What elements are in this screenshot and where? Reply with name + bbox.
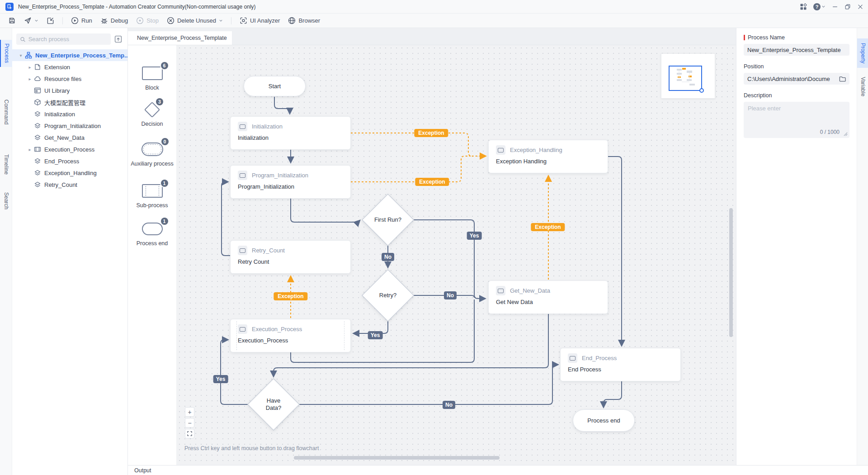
minimap-viewport[interactable] (669, 66, 702, 91)
delete-unused-button[interactable]: Delete Unused (167, 17, 223, 24)
ui-analyzer-button[interactable]: UI Analyzer (240, 17, 280, 24)
position-input[interactable] (747, 76, 837, 82)
minimap-resize-handle[interactable] (699, 88, 704, 93)
fit-screen-button[interactable] (185, 429, 194, 438)
block-chip-icon (568, 353, 577, 363)
layers-icon (34, 110, 41, 118)
node-exception-handling[interactable]: Exception_Handling Exception Handling (488, 140, 608, 173)
palette-label: Decision (142, 121, 163, 127)
position-field[interactable] (744, 73, 849, 85)
no-badge: No (382, 253, 394, 261)
node-execution-process[interactable]: Execution_Process Execution_Process (230, 319, 351, 352)
save-button[interactable] (8, 17, 16, 24)
count-badge: 1 (161, 180, 168, 187)
publish-button[interactable] (24, 17, 38, 24)
exception-badge: Exception (274, 292, 307, 300)
rail-tab-variable[interactable]: Variable (857, 72, 868, 101)
apps-grid-icon[interactable] (800, 3, 807, 10)
palette-process-end[interactable]: 1 Process end (128, 221, 176, 247)
record-edit-button[interactable] (47, 17, 54, 24)
palette-sub-process[interactable]: 1 Sub-process (128, 183, 176, 209)
rail-tab-property-label: Property (860, 43, 866, 63)
rail-tab-process[interactable]: Process (0, 40, 12, 67)
stop-button[interactable]: Stop (136, 17, 159, 24)
flowchart-icon (25, 52, 32, 59)
tree-item-retry-count[interactable]: Retry_Count (12, 179, 127, 190)
title-bar: New_Enterprise_Process_Template - Automa… (0, 0, 868, 14)
node-title: Retry_Count (252, 247, 285, 254)
caret-collapsed-icon[interactable]: ▸ (26, 76, 34, 81)
tree-item-model-config[interactable]: 大模型配置管理 (12, 96, 127, 108)
node-body: Retry Count (238, 258, 343, 265)
block-chip-icon (238, 246, 247, 255)
debug-button[interactable]: Debug (100, 17, 128, 24)
node-retry-count[interactable]: Retry_Count Retry Count (230, 240, 351, 274)
output-bar[interactable]: Output (128, 465, 868, 475)
maximize-restore-button[interactable] (844, 4, 851, 10)
minimize-button[interactable] (832, 4, 838, 10)
tree-item-initialization[interactable]: Initialization (12, 108, 127, 120)
flow-canvas[interactable]: 6 Block 3 Decision 0 Auxiliary process (128, 45, 736, 465)
process-name-label: Process Name (748, 34, 785, 41)
caret-collapsed-icon[interactable]: ▸ (26, 147, 34, 152)
block-chip-icon (238, 171, 247, 180)
zoom-out-button[interactable]: − (185, 418, 194, 428)
description-field[interactable]: Please enter 0 / 1000 (744, 102, 849, 138)
layers-icon (34, 181, 41, 188)
browser-button[interactable]: Browser (288, 17, 320, 24)
rail-tab-property[interactable]: Property (857, 38, 868, 68)
process-name-input[interactable] (747, 47, 846, 53)
process-sidebar: ▾ New_Enterprise_Process_Temp... ▸ Exten… (12, 28, 128, 475)
minimap[interactable] (661, 53, 715, 99)
palette-label: Block (145, 85, 159, 91)
run-button[interactable]: Run (71, 17, 92, 24)
rail-tab-timeline[interactable]: Timeline (0, 148, 12, 180)
fullscreen-icon (187, 431, 192, 436)
node-process-end[interactable]: Process end (573, 409, 635, 432)
block-chip-icon (238, 122, 247, 131)
vertical-scrollbar[interactable] (729, 208, 733, 337)
search-process-box[interactable] (16, 33, 111, 45)
tab-new-enterprise-process-template[interactable]: New_Enterprise_Process_Template (128, 31, 232, 45)
node-program-initialization[interactable]: Program_Initialization Program_Initializ… (230, 165, 351, 199)
yes-badge: Yes (213, 375, 228, 383)
node-get-new-data[interactable]: Get_New_Data Get New Data (488, 280, 608, 314)
caret-collapsed-icon[interactable]: ▸ (26, 65, 34, 70)
minimap-thumbnail (670, 66, 701, 90)
tree-item-resource-files[interactable]: ▸ Resource files (12, 73, 127, 85)
folder-icon[interactable] (839, 76, 846, 82)
zoom-in-button[interactable]: + (185, 407, 194, 417)
rail-tab-search[interactable]: Search (0, 188, 12, 214)
rail-tab-command[interactable]: Command (0, 97, 12, 128)
help-button[interactable]: ? (813, 3, 826, 10)
palette-auxiliary-process[interactable]: 0 Auxiliary process (128, 141, 176, 167)
tree-item-end-process[interactable]: End_Process (12, 155, 127, 167)
horizontal-scrollbar[interactable] (294, 456, 500, 460)
resize-handle-icon[interactable] (844, 132, 848, 136)
process-end-shape-icon (142, 223, 163, 235)
palette-block[interactable]: 6 Block (128, 65, 176, 91)
tree-item-get-new-data[interactable]: Get_New_Data (12, 132, 127, 143)
collapse-panel-icon[interactable] (114, 35, 122, 43)
node-initialization[interactable]: Initialization Initialization (230, 116, 351, 150)
tree-item-extension[interactable]: ▸ Extension (12, 61, 127, 73)
description-placeholder: Please enter (748, 105, 845, 112)
node-body: Program_Initialization (238, 183, 343, 190)
delete-unused-label: Delete Unused (177, 17, 216, 24)
node-title: End_Process (582, 355, 617, 361)
editor-tab-bar: New_Enterprise_Process_Template (128, 28, 736, 45)
block-chip-icon (496, 286, 505, 295)
tree-item-root[interactable]: ▾ New_Enterprise_Process_Temp... (12, 49, 127, 61)
tree-item-program-initialization[interactable]: Program_Initialization (12, 120, 127, 132)
stop-label: Stop (146, 17, 159, 24)
tree-item-exception-handling[interactable]: Exception_Handling (12, 167, 127, 179)
close-button[interactable] (857, 4, 863, 10)
tree-item-execution-process[interactable]: ▸ Execution_Process (12, 143, 127, 155)
search-input[interactable] (28, 36, 107, 43)
node-start[interactable]: Start (244, 76, 306, 96)
node-end-process[interactable]: End_Process End Process (560, 348, 681, 381)
process-name-field[interactable] (744, 44, 849, 56)
tree-item-ui-library[interactable]: UI Library (12, 85, 127, 96)
caret-expanded-icon[interactable]: ▾ (17, 53, 25, 58)
palette-decision[interactable]: 3 Decision (128, 101, 176, 127)
